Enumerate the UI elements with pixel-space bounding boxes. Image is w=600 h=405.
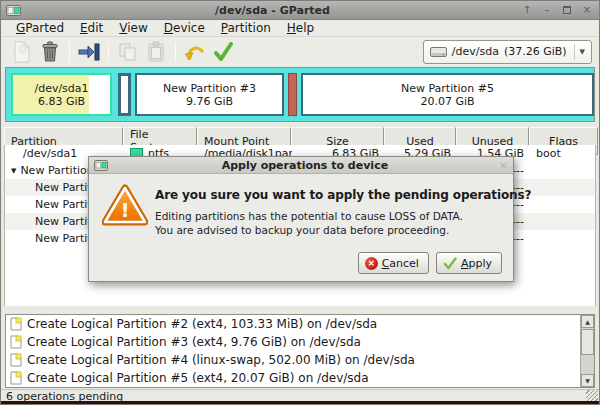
hard-disk-icon	[430, 46, 447, 58]
delete-partition-button[interactable]	[36, 39, 64, 65]
apply-button[interactable]	[209, 39, 237, 65]
operation-icon	[10, 317, 22, 331]
operation-icon	[10, 335, 22, 349]
trash-icon	[41, 41, 59, 62]
operation-item[interactable]: Create Logical Partition #3 (ext4, 9.76 …	[6, 333, 594, 351]
toolbar-separator	[175, 42, 176, 62]
device-selector[interactable]: /dev/sda (37.26 GiB) ▼	[423, 40, 592, 64]
cancel-label: Cancel	[382, 257, 419, 270]
disk-partition-3[interactable]: New Partition #3 9.76 GiB	[135, 73, 284, 116]
partition-label: New Partition #5	[401, 82, 494, 95]
partition-label: /dev/sda1	[34, 82, 88, 95]
gparted-window: /dev/sda - GParted ↑ – × GParted Edit Vi…	[0, 0, 600, 405]
new-document-icon	[13, 41, 31, 63]
menu-gparted[interactable]: GParted	[8, 20, 72, 36]
partition-label: New Partition #3	[163, 82, 256, 95]
partition-size: 20.07 GiB	[420, 95, 474, 108]
apply-label: Apply	[461, 257, 492, 270]
operation-item[interactable]: Create Logical Partition #2 (ext4, 103.3…	[6, 315, 594, 333]
apply-confirm-button[interactable]: Apply	[436, 252, 502, 274]
apply-check-icon	[443, 257, 457, 270]
combo-separator	[574, 44, 575, 60]
dialog-title: Apply operations to device	[111, 159, 499, 172]
toolbar-separator	[69, 42, 70, 62]
desktop-edge	[1, 401, 599, 404]
pending-operations-panel: Create Logical Partition #2 (ext4, 103.3…	[5, 314, 595, 388]
dialog-body: Editing partitions has the potential to …	[155, 210, 463, 237]
cell-flags: boot	[530, 145, 599, 162]
expander-icon[interactable]: ▼	[11, 167, 16, 175]
toolbar: /dev/sda (37.26 GiB) ▼	[2, 37, 598, 66]
disk-visual-bar: /dev/sda1 6.83 GiB New Partition #3 9.76…	[5, 67, 595, 122]
maximize-icon	[563, 6, 571, 14]
undo-button[interactable]	[181, 39, 209, 65]
disk-partition-4-swap-small[interactable]	[288, 73, 297, 116]
resize-move-button[interactable]	[75, 39, 103, 65]
dialog-body-line1: Editing partitions has the potential to …	[155, 210, 463, 224]
window-title: /dev/sda - GParted	[25, 4, 520, 17]
check-icon	[212, 42, 234, 62]
cancel-x-icon: ×	[365, 257, 378, 270]
dialog-body-line2: You are advised to backup your data befo…	[155, 224, 463, 238]
disk-partition-5[interactable]: New Partition #5 20.07 GiB	[301, 73, 594, 116]
dialog-buttons: × Cancel Apply	[358, 252, 502, 274]
warning-icon: !	[102, 184, 148, 226]
menu-device[interactable]: Device	[156, 20, 213, 36]
menu-help[interactable]: Help	[279, 20, 322, 36]
chevron-down-icon: ▼	[580, 48, 585, 56]
scroll-down-icon[interactable]: ▼	[581, 374, 594, 387]
dialog-heading: Are you sure you want to apply the pendi…	[155, 188, 531, 202]
operation-item[interactable]: Create Logical Partition #4 (linux-swap,…	[6, 351, 594, 369]
partition-size: 6.83 GiB	[38, 95, 85, 108]
dialog-close-icon[interactable]: ×	[499, 159, 508, 172]
partition-size: 9.76 GiB	[186, 95, 233, 108]
new-partition-button[interactable]	[8, 39, 36, 65]
svg-text:!: !	[121, 199, 130, 221]
scrollbar-thumb[interactable]	[581, 329, 594, 355]
copy-button[interactable]	[114, 39, 142, 65]
dialog-titlebar[interactable]: Apply operations to device ×	[89, 157, 513, 174]
undo-icon	[184, 42, 206, 62]
gparted-app-icon	[6, 4, 21, 17]
device-size: (37.26 GiB)	[504, 45, 567, 58]
menu-partition[interactable]: Partition	[213, 20, 279, 36]
minimize-button[interactable]: –	[540, 4, 554, 17]
scroll-up-icon[interactable]: ▲	[581, 315, 594, 328]
resize-move-icon	[78, 42, 100, 62]
operation-icon	[10, 353, 22, 367]
cancel-button[interactable]: × Cancel	[358, 252, 429, 274]
operation-icon	[10, 371, 22, 385]
operations-scrollbar[interactable]: ▲ ▼	[580, 315, 594, 387]
close-button[interactable]: ×	[580, 4, 594, 17]
device-name: /dev/sda	[452, 45, 499, 58]
menu-view[interactable]: View	[111, 20, 155, 36]
partition-table-header: Partition File System Mount Point Size U…	[4, 127, 596, 145]
maximize-button[interactable]	[560, 4, 574, 17]
paste-button[interactable]	[142, 39, 170, 65]
toolbar-separator	[108, 42, 109, 62]
disk-partition-2-ext4-small[interactable]	[118, 73, 131, 116]
window-titlebar[interactable]: /dev/sda - GParted ↑ – ×	[1, 1, 599, 20]
copy-icon	[118, 42, 138, 62]
menubar: GParted Edit View Device Partition Help	[2, 20, 598, 37]
operation-item[interactable]: Create Logical Partition #5 (ext4, 20.07…	[6, 369, 594, 387]
apply-operations-dialog: Apply operations to device × ! Are you s…	[88, 156, 514, 282]
shade-window-button[interactable]: ↑	[520, 4, 534, 17]
menu-edit[interactable]: Edit	[72, 20, 111, 36]
disk-partition-sda1[interactable]: /dev/sda1 6.83 GiB	[11, 73, 112, 116]
paste-icon	[147, 41, 165, 62]
gparted-dialog-icon	[94, 160, 108, 171]
